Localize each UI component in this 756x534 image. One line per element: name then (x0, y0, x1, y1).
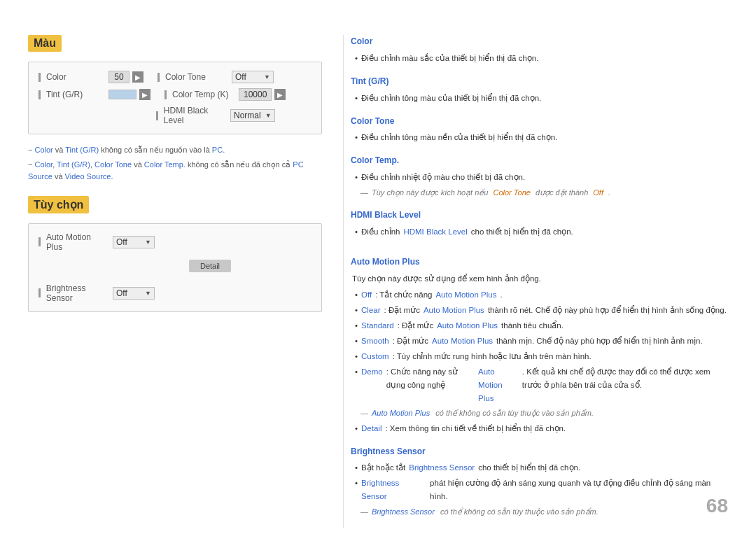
amp-link5: Auto Motion Plus (478, 365, 519, 405)
tuy-chon-section: Tùy chọn Auto Motion Plus Off ▼ (28, 196, 322, 312)
right-color-temp-section: Color Temp. Điều chỉnh nhiệt độ màu cho … (351, 154, 728, 199)
right-hdmi-title: HDMI Black Level (351, 209, 728, 223)
right-auto-motion-off: Off : Tắt chức năng Auto Motion Plus. (355, 288, 728, 302)
right-brightness-item1: Bật hoặc tắt Brightness Sensor cho thiết… (355, 461, 728, 475)
tint-link2: Tint (G/R) (57, 160, 90, 169)
right-auto-motion-list: Off : Tắt chức năng Auto Motion Plus. Cl… (351, 288, 728, 405)
color-tone-dropdown[interactable]: Off ▼ (232, 71, 274, 83)
smooth-link: Smooth (361, 335, 389, 348)
right-color-temp-note: Tùy chọn này được kích hoạt nếu Color To… (351, 186, 728, 199)
off-link-note: Off (593, 186, 603, 199)
right-color-temp-item1: Điều chỉnh nhiệt độ màu cho thiết bị đã … (355, 171, 728, 184)
right-auto-motion-title: Auto Motion Plus (351, 255, 728, 269)
color-link1: Color (34, 146, 52, 154)
hdmi-row: HDMI Black Level Normal ▼ (38, 106, 312, 125)
right-auto-motion-note: Auto Motion Plus có thể không có sẵn tùy… (351, 407, 728, 419)
right-auto-motion-custom: Custom : Tùy chỉnh mức rung hình hoặc lư… (355, 350, 728, 363)
standard-link: Standard (361, 319, 394, 332)
page-number: 68 (706, 495, 728, 517)
mau-settings-box: Color 50 ▶ Color Tone (28, 62, 322, 134)
right-color-temp-title: Color Temp. (351, 154, 728, 168)
hdmi-bar (156, 111, 158, 120)
mau-heading: Màu (28, 35, 62, 52)
right-color-tone-section: Color Tone Điều chỉnh tông màu nền của t… (351, 115, 728, 145)
tuy-chon-heading: Tùy chọn (28, 196, 89, 213)
color-tone-arrow: ▼ (264, 73, 270, 80)
color-tone-bar (158, 73, 160, 82)
note2: − Color, Tint (G/R), Color Tone và Color… (28, 159, 322, 183)
detail-button[interactable]: Detail (189, 260, 231, 272)
right-auto-motion-section: Auto Motion Plus Tùy chọn này được sử dụ… (351, 255, 728, 435)
color-bar (38, 73, 41, 82)
auto-motion-arrow: ▼ (145, 239, 151, 246)
custom-link: Custom (361, 350, 389, 363)
color-value[interactable]: 50 ▶ (108, 71, 144, 83)
auto-motion-label: Auto Motion Plus (38, 232, 108, 252)
auto-motion-row: Auto Motion Plus Off ▼ (38, 232, 312, 252)
right-tint-list: Điều chỉnh tông màu của thiết bị hiển th… (351, 92, 728, 105)
color-tone-link-note: Color Tone (493, 186, 530, 199)
color-arrow-btn[interactable]: ▶ (132, 71, 144, 83)
right-auto-motion-smooth: Smooth : Đặt mức Auto Motion Plus thành … (355, 335, 728, 348)
amp-link-note: Auto Motion Plus (372, 407, 430, 419)
right-auto-motion-desc: Tùy chọn này được sử dụng để xem hình ản… (351, 272, 728, 286)
right-color-temp-list: Điều chỉnh nhiệt độ màu cho thiết bị đã … (351, 171, 728, 184)
right-column: Color Điều chỉnh màu sắc của thiết bị hi… (343, 35, 728, 528)
bs-link-note: Brightness Sensor (372, 505, 435, 518)
bs-link2: Brightness Sensor (361, 477, 426, 503)
tint-row: Tint (G/R) ▶ Color Temp (K) 10000 (38, 88, 312, 101)
off-link: Off (361, 288, 372, 302)
mau-notes: − Color và Tint (G/R) không có sẵn nếu n… (28, 144, 322, 183)
tuy-chon-box: Auto Motion Plus Off ▼ Detail (28, 223, 322, 312)
demo-link: Demo (361, 365, 383, 379)
auto-motion-bar (38, 237, 41, 246)
right-hdmi-list: Điều chỉnh HDMI Black Level cho thiết bị… (351, 225, 728, 239)
tint-arrow-btn[interactable]: ▶ (139, 89, 150, 100)
right-color-tone-list: Điều chỉnh tông màu nền của thiết bị hiể… (351, 131, 728, 144)
tint-slider[interactable] (108, 90, 136, 99)
clear-link: Clear (361, 304, 380, 317)
color-tone-link2: Color Tone (94, 160, 132, 169)
color-temp-label: Color Temp (K) (164, 90, 234, 99)
right-color-tone-title: Color Tone (351, 115, 728, 129)
right-brightness-note: Brightness Sensor có thể không có sẵn tù… (351, 505, 728, 518)
hdmi-value[interactable]: Normal ▼ (230, 109, 275, 122)
brightness-sensor-label: Brightness Sensor (38, 283, 108, 303)
brightness-sensor-value[interactable]: Off ▼ (113, 287, 155, 300)
hdmi-link: HDMI Black Level (403, 225, 467, 239)
color-tone-value[interactable]: Off ▼ (232, 71, 274, 83)
note1: − Color và Tint (G/R) không có sẵn nếu n… (28, 144, 322, 157)
hdmi-label: HDMI Black Level (156, 106, 226, 125)
tint-bar (38, 90, 41, 99)
right-tint-section: Tint (G/R) Điều chỉnh tông màu của thiết… (351, 75, 728, 105)
brightness-sensor-bar (38, 288, 41, 297)
color-number: 50 (108, 71, 130, 83)
right-hdmi-item1: Điều chỉnh HDMI Black Level cho thiết bị… (355, 225, 728, 239)
right-auto-motion-demo: Demo : Chức năng này sử dụng công nghệ A… (355, 365, 728, 405)
auto-motion-value[interactable]: Off ▼ (113, 236, 155, 248)
brightness-sensor-dropdown[interactable]: Off ▼ (113, 287, 155, 300)
right-color-tone-item1: Điều chỉnh tông màu nền của thiết bị hiể… (355, 131, 728, 144)
bs-link1: Brightness Sensor (409, 461, 475, 475)
amp-link2: Auto Motion Plus (424, 304, 484, 317)
right-auto-motion-detail: Detail : Xem thông tin chi tiết về thiết… (355, 422, 728, 435)
right-auto-motion-clear: Clear : Đặt mức Auto Motion Plus thành r… (355, 304, 728, 317)
right-auto-motion-standard: Standard : Đặt mức Auto Motion Plus thàn… (355, 319, 728, 332)
brightness-sensor-row: Brightness Sensor Off ▼ (38, 283, 312, 303)
auto-motion-dropdown[interactable]: Off ▼ (113, 236, 155, 248)
right-color-section: Color Điều chỉnh màu sắc của thiết bị hi… (351, 35, 728, 65)
tint-link1: Tint (G/R) (65, 146, 99, 154)
color-temp-link2: Color Temp. (144, 160, 186, 169)
color-temp-arrow-btn[interactable]: ▶ (274, 89, 286, 100)
right-brightness-title: Brightness Sensor (351, 445, 728, 459)
color-tone-label: Color Tone (158, 72, 227, 82)
hdmi-dropdown[interactable]: Normal ▼ (230, 109, 275, 122)
right-auto-motion-detail-list: Detail : Xem thông tin chi tiết về thiết… (351, 422, 728, 435)
color-label: Color (38, 72, 108, 82)
color-row: Color 50 ▶ Color Tone (38, 71, 312, 83)
brightness-sensor-arrow: ▼ (145, 290, 151, 297)
color-temp-value[interactable]: 10000 ▶ (239, 88, 286, 101)
color-temp-number: 10000 (239, 88, 272, 101)
tint-value[interactable]: ▶ (108, 89, 150, 100)
tint-label: Tint (G/R) (38, 90, 108, 99)
